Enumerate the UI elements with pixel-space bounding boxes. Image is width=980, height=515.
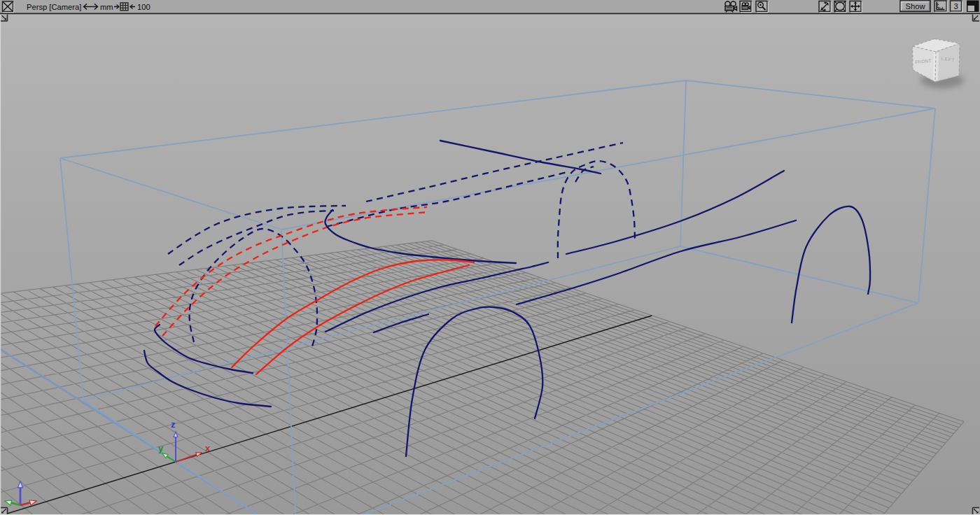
svg-text:Show: Show [906, 2, 926, 10]
svg-text:Persp [Camera]: Persp [Camera] [27, 3, 81, 11]
svg-text:mm: mm [100, 3, 113, 11]
svg-text:y: y [158, 443, 164, 453]
svg-text:x: x [205, 443, 211, 453]
svg-text:100: 100 [137, 3, 150, 11]
svg-text:z: z [171, 419, 176, 430]
svg-text:3: 3 [953, 2, 958, 10]
